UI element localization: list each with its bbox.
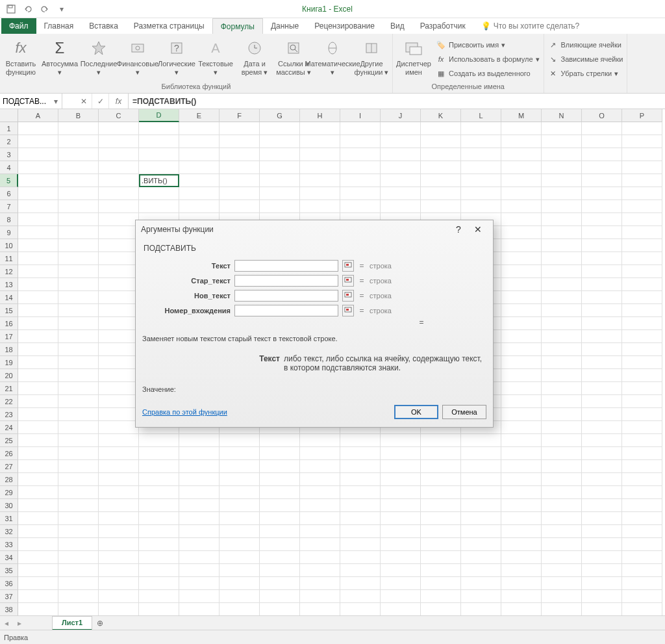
cell-F29[interactable] — [220, 486, 260, 499]
autosum-button[interactable]: Σ Автосумма ▾ — [40, 36, 79, 82]
cell-C31[interactable] — [99, 512, 139, 525]
cell-B24[interactable] — [58, 421, 99, 434]
cell-N27[interactable] — [542, 460, 582, 473]
cell-B35[interactable] — [58, 564, 99, 577]
cell-M33[interactable] — [501, 538, 542, 551]
cell-M31[interactable] — [501, 512, 542, 525]
cell-C13[interactable] — [99, 278, 139, 291]
cell-N24[interactable] — [542, 421, 582, 434]
cell-G26[interactable] — [260, 447, 300, 460]
cell-A6[interactable] — [18, 187, 58, 200]
cell-M30[interactable] — [501, 499, 542, 512]
cell-B29[interactable] — [58, 486, 99, 499]
cell-N7[interactable] — [542, 200, 582, 213]
cell-L31[interactable] — [461, 512, 501, 525]
tab-insert[interactable]: Вставка — [81, 18, 126, 34]
cell-G32[interactable] — [260, 525, 300, 538]
cell-L3[interactable] — [461, 148, 501, 161]
cell-G6[interactable] — [260, 187, 300, 200]
row-header-21[interactable]: 21 — [0, 382, 18, 395]
cell-G3[interactable] — [260, 148, 300, 161]
cell-P17[interactable] — [622, 330, 662, 343]
cell-K36[interactable] — [421, 577, 461, 590]
cell-C21[interactable] — [99, 382, 139, 395]
cell-M13[interactable] — [501, 278, 542, 291]
cell-C9[interactable] — [99, 226, 139, 239]
cell-D29[interactable] — [139, 486, 179, 499]
cell-E3[interactable] — [179, 148, 220, 161]
name-manager-button[interactable]: Диспетчер имен — [394, 36, 433, 82]
cell-B3[interactable] — [58, 148, 99, 161]
cell-N34[interactable] — [542, 551, 582, 564]
cell-A11[interactable] — [18, 252, 58, 265]
cell-C5[interactable] — [99, 174, 139, 187]
cell-B36[interactable] — [58, 577, 99, 590]
help-icon[interactable]: ? — [449, 224, 468, 235]
cell-O8[interactable] — [582, 213, 622, 226]
cell-C14[interactable] — [99, 291, 139, 304]
col-header-E[interactable]: E — [179, 109, 220, 122]
cell-A35[interactable] — [18, 564, 58, 577]
cell-D32[interactable] — [139, 525, 179, 538]
cell-B2[interactable] — [58, 135, 99, 148]
cell-I27[interactable] — [340, 460, 381, 473]
cell-J27[interactable] — [381, 460, 421, 473]
cell-L33[interactable] — [461, 538, 501, 551]
cell-K38[interactable] — [421, 603, 461, 615]
col-header-P[interactable]: P — [622, 109, 662, 122]
define-name-button[interactable]: 🏷️Присвоить имя ▾ — [433, 38, 542, 52]
cell-A19[interactable] — [18, 356, 58, 369]
cell-N23[interactable] — [542, 408, 582, 421]
cell-L26[interactable] — [461, 447, 501, 460]
use-in-formula-button[interactable]: fxИспользовать в формуле ▾ — [433, 52, 542, 66]
cell-O22[interactable] — [582, 395, 622, 408]
cell-M36[interactable] — [501, 577, 542, 590]
cell-B18[interactable] — [58, 343, 99, 356]
cell-P2[interactable] — [622, 135, 662, 148]
cell-E7[interactable] — [179, 200, 220, 213]
cell-M5[interactable] — [501, 174, 542, 187]
cell-O20[interactable] — [582, 369, 622, 382]
sheet-next-icon[interactable]: ▸ — [13, 617, 26, 630]
cell-N13[interactable] — [542, 278, 582, 291]
cell-A21[interactable] — [18, 382, 58, 395]
cell-A25[interactable] — [18, 434, 58, 447]
cell-P38[interactable] — [622, 603, 662, 615]
cell-C4[interactable] — [99, 161, 139, 174]
cell-O4[interactable] — [582, 161, 622, 174]
cell-L27[interactable] — [461, 460, 501, 473]
fx-icon[interactable]: fx — [109, 94, 129, 109]
cell-D5[interactable]: .ВИТЬ() — [139, 174, 179, 187]
save-icon[interactable] — [3, 1, 19, 17]
cell-B28[interactable] — [58, 473, 99, 486]
cell-C3[interactable] — [99, 148, 139, 161]
cell-J37[interactable] — [381, 590, 421, 603]
cell-P23[interactable] — [622, 408, 662, 421]
cell-C22[interactable] — [99, 395, 139, 408]
cell-N29[interactable] — [542, 486, 582, 499]
row-header-32[interactable]: 32 — [0, 525, 18, 538]
cell-M9[interactable] — [501, 226, 542, 239]
row-header-4[interactable]: 4 — [0, 161, 18, 174]
cell-C37[interactable] — [99, 590, 139, 603]
row-header-19[interactable]: 19 — [0, 356, 18, 369]
cell-M26[interactable] — [501, 447, 542, 460]
cell-L30[interactable] — [461, 499, 501, 512]
cell-N26[interactable] — [542, 447, 582, 460]
cell-G33[interactable] — [260, 538, 300, 551]
cell-J26[interactable] — [381, 447, 421, 460]
tell-me[interactable]: 💡 Что вы хотите сделать? — [473, 18, 588, 34]
cell-F6[interactable] — [220, 187, 260, 200]
cell-B30[interactable] — [58, 499, 99, 512]
cell-A10[interactable] — [18, 239, 58, 252]
cell-H33[interactable] — [300, 538, 340, 551]
cell-B17[interactable] — [58, 330, 99, 343]
cell-E29[interactable] — [179, 486, 220, 499]
cell-A2[interactable] — [18, 135, 58, 148]
col-header-H[interactable]: H — [300, 109, 340, 122]
cell-O14[interactable] — [582, 291, 622, 304]
cell-M34[interactable] — [501, 551, 542, 564]
cell-K28[interactable] — [421, 473, 461, 486]
cell-C27[interactable] — [99, 460, 139, 473]
cell-P33[interactable] — [622, 538, 662, 551]
